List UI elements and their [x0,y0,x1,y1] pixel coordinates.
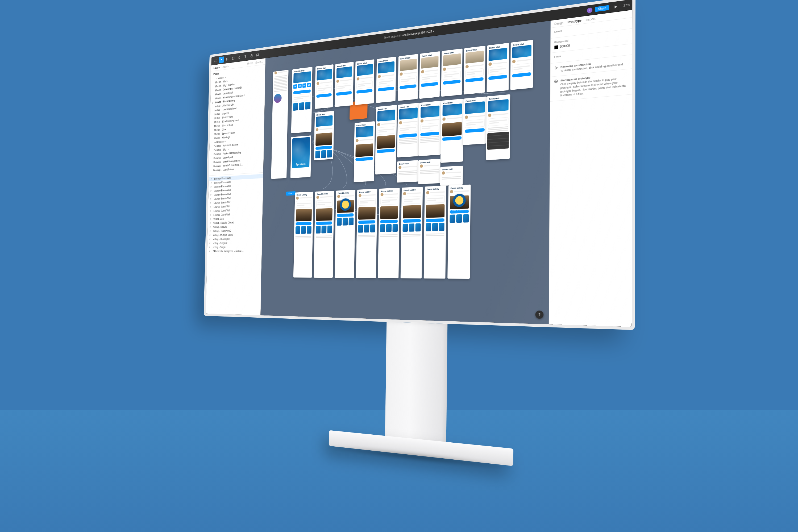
countdown-cell: 19 [293,84,297,89]
frame-icon: # [210,186,211,188]
frame-icon: # [210,206,211,208]
mobile-artboard[interactable]: Lounge Event-WallEvent Lobby [356,189,377,278]
speakers-label: Speakers [296,163,306,166]
frame-label: Menu [273,70,278,71]
frame-icon: # [210,230,211,232]
frame-icon: # [209,242,210,244]
project-title: Hubs Native App 26032021 [401,30,432,37]
frame-icon: # [210,222,211,224]
svg-rect-4 [232,57,234,59]
mobile-artboard[interactable]: Lounge Event-WallEvent Wall [376,57,396,103]
frame-label: Lounge Event-Wall [315,111,330,111]
figma-window: Team project / Hubs Native App 26032021 … [206,0,632,327]
mobile-artboard[interactable]: Lounge Event-WallEvent Lobby [314,191,334,278]
mobile-artboard[interactable]: Lounge Event-WallEvent Wall [487,43,509,92]
avatar[interactable]: L [587,7,593,13]
mobile-artboard[interactable]: Lounge Event-WallEvent Hall [397,103,419,158]
right-panel: Design Prototype Inspect Device Backgrou… [549,10,632,327]
mobile-artboard[interactable]: Lounge Event-WallEvent Hall [418,159,440,184]
frame-icon: # [210,198,211,200]
mobile-artboard[interactable]: Lounge Event-WallEvent Wall [464,46,486,95]
mobile-artboard[interactable]: Lounge Event-WallEvent Hall [419,101,441,156]
tab-assets[interactable]: Assets [223,65,229,68]
frame-icon: # [211,182,212,184]
swatch-icon [554,45,558,50]
frame-icon: # [210,190,211,192]
mobile-artboard[interactable]: Lounge Event-WallEvent Lobby [401,187,423,279]
mobile-artboard[interactable]: Lounge Event-WallEvent Hall [397,160,419,183]
tab-design[interactable]: Design [554,21,564,25]
left-panel: Layers Assets Mobile – Event… Pages — Mo… [206,58,266,315]
frame-icon: # [210,226,211,228]
frame-icon: # [210,194,211,196]
chevron-down-icon: ▾ [433,30,434,33]
mobile-artboard[interactable]: Lounge Event-WallEvent Hall [314,111,334,160]
countdown-cell: 40 [302,83,306,88]
mobile-artboard[interactable]: Lounge Event-WallEvent Lobby [378,188,400,278]
share-button[interactable]: Share [595,5,609,12]
mobile-artboard[interactable]: Lounge Event-WallEvent Hall [486,94,510,160]
frame-icon: # [210,218,211,220]
frame-icon: # [209,238,210,241]
speakers-artboard[interactable]: Speakers [290,135,311,178]
svg-point-0 [215,59,215,60]
layer-list[interactable]: #Lounge Event-Wall#Lounge Event-Wall#Lou… [207,173,263,255]
monitor-stand-arm [385,322,448,452]
help-fab[interactable]: ? [535,310,544,319]
frame-icon: # [209,234,210,236]
bg-hex: 000000 [560,44,570,48]
frame-icon: # [209,246,210,248]
mobile-artboard[interactable]: Lounge Event-WallEvent Wall [398,54,418,101]
layer-row[interactable]: #2 Horizontal Navigation – Mobile … [207,249,262,253]
mobile-artboard[interactable]: Lounge Event-WallEvent Wall [510,40,533,90]
frame-icon: # [210,210,211,212]
hand-tool-icon[interactable] [249,52,254,59]
tip-start-prototype: Starting your prototype Click the play b… [554,72,628,98]
mobile-artboard[interactable]: Lounge Event-WallEvent Hall [375,105,397,174]
frame-icon: # [209,250,210,252]
frame-label: Lounge Event-Wall [419,101,436,101]
svg-point-1 [215,61,215,62]
mobile-artboard[interactable]: Lounge Event-WallEvent Wall [355,59,374,105]
pen-tool-icon[interactable] [236,54,242,61]
frame-tool-icon[interactable] [225,56,230,62]
text-tool-icon[interactable] [243,53,248,60]
flow-start-badge[interactable]: Flow 1 [286,191,296,196]
mobile-artboard[interactable]: Lounge Event-WallEvent Hall [315,64,333,109]
tab-current-page[interactable]: Mobile – Event… [247,60,263,65]
mobile-artboard[interactable]: Lounge Event-WallEvent Hall [354,121,375,182]
page-list[interactable]: — Mobile —Mobile – MenuMobile – Sign In/… [209,70,265,174]
frame-icon: # [210,214,211,216]
canvas[interactable]: Menu Lounge Event-Wall Event Lobby [261,21,550,324]
tab-layers[interactable]: Layers [214,66,220,70]
countdown-cell: 12 [307,83,311,87]
monitor-bezel: Team project / Hubs Native App 26032021 … [204,0,635,330]
shape-tool-icon[interactable] [231,55,236,62]
mobile-artboard[interactable]: Lounge Event-WallEvent Lobby [293,192,314,278]
mobile-artboard[interactable]: Lounge Event-WallEvent Hall [440,166,463,186]
mobile-artboard[interactable]: Lounge Event-WallEvent Hall [440,99,464,163]
comment-tool-icon[interactable] [255,51,261,58]
tab-prototype[interactable]: Prototype [568,19,582,24]
countdown-cell: 55 [298,84,302,88]
main-menu-icon[interactable] [213,57,218,64]
present-icon[interactable] [612,2,620,11]
frame-icon: # [211,178,212,180]
svg-point-2 [216,59,216,60]
mobile-artboard[interactable]: Lounge Event-WallEvent Wall [419,51,440,99]
zoom-level[interactable]: 27% [624,3,630,7]
menu-artboard[interactable]: Menu [271,70,288,179]
move-tool-icon[interactable] [218,56,224,63]
frame-label: Lounge Event-Wall [376,105,392,105]
project-folder: Team project [384,35,398,39]
tab-inspect[interactable]: Inspect [586,17,595,22]
svg-point-3 [216,61,216,61]
mobile-artboard[interactable]: Lounge Event-WallEvent Hall [335,62,354,107]
mobile-artboard[interactable]: Lounge Event-WallEvent Wall [441,49,462,97]
frame-icon: # [210,202,211,204]
monitor-mockup: Team project / Hubs Native App 26032021 … [204,0,635,330]
mobile-artboard[interactable]: Lounge Event-WallEvent Lobby [424,186,446,279]
frame-label: Lounge Event-Wall [398,103,415,103]
mobile-artboard[interactable]: Lounge Event-WallEvent Hall [463,97,487,145]
event-lobby-artboard[interactable]: Lounge Event-Wall Event Lobby 19 55 40 1… [291,67,312,133]
